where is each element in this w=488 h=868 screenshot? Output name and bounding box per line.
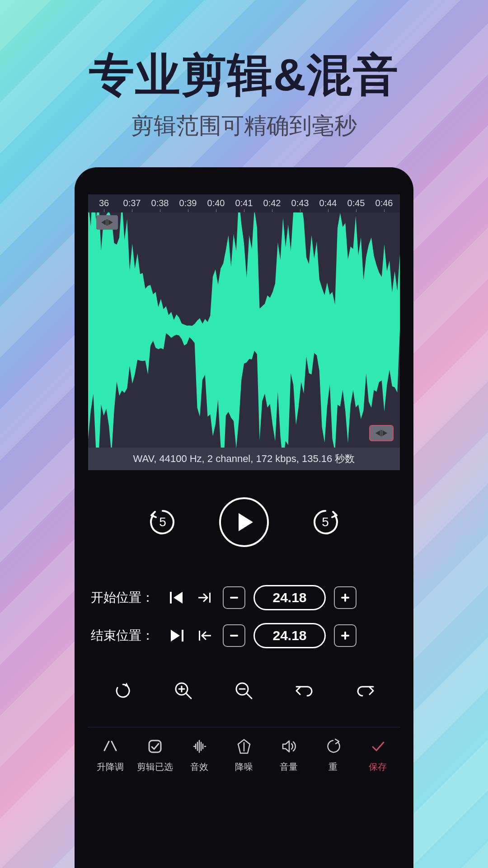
svg-rect-8 (341, 597, 349, 599)
bottom-tab-label: 剪辑已选 (137, 761, 173, 773)
undo-icon (295, 683, 314, 699)
bottom-tab-label: 音量 (280, 761, 298, 773)
bar-to-arrow-icon (198, 630, 211, 642)
position-panel: 开始位置： 24.18 (88, 579, 400, 655)
time-tick: 0:46 (370, 198, 398, 208)
waveform-container[interactable]: 360:370:380:390:400:410:420:430:440:450:… (88, 194, 400, 448)
time-tick: 0:41 (230, 198, 258, 208)
svg-rect-2 (380, 430, 381, 436)
redo-button[interactable] (352, 677, 379, 704)
reset-icon (323, 736, 343, 756)
jump-to-start-button[interactable] (167, 588, 187, 608)
svg-rect-1 (108, 219, 108, 226)
redo-icon (355, 683, 375, 699)
skip-next-icon (170, 630, 183, 642)
wave-area[interactable] (88, 212, 400, 448)
snap-right-button[interactable] (195, 588, 215, 608)
bottom-tab-bar: 升降调剪辑已选音效降噪音量重保存 (88, 727, 400, 773)
bottom-tab-effect[interactable]: 音效 (179, 736, 220, 773)
svg-rect-5 (209, 593, 211, 603)
skip-back-button[interactable]: 5 (147, 506, 178, 538)
bottom-tab-denoise[interactable]: 降噪 (224, 736, 264, 773)
plus-icon (341, 594, 349, 602)
start-decrement-button[interactable] (223, 586, 245, 609)
svg-rect-16 (149, 741, 161, 752)
skip-back-seconds: 5 (159, 515, 166, 529)
svg-rect-13 (341, 635, 349, 637)
end-position-row: 结束位置： 24.18 (88, 617, 400, 655)
start-position-value[interactable]: 24.18 (253, 585, 326, 610)
end-increment-button[interactable] (334, 624, 357, 647)
bottom-tab-trim[interactable]: 剪辑已选 (135, 736, 175, 773)
minus-icon (230, 597, 238, 599)
time-tick: 0:37 (118, 198, 146, 208)
arrow-to-bar-icon (198, 592, 211, 604)
end-position-label: 结束位置： (91, 627, 159, 644)
time-tick: 36 (90, 198, 118, 208)
hero-subtitle: 剪辑范围可精确到毫秒 (0, 111, 488, 141)
volume-icon (279, 736, 299, 756)
trim-handle-end[interactable] (369, 425, 394, 441)
end-position-value[interactable]: 24.18 (253, 623, 326, 648)
time-tick: 0:39 (174, 198, 202, 208)
svg-rect-6 (230, 597, 238, 599)
snap-left-button[interactable] (195, 626, 215, 646)
hero-title: 专业剪辑&混音 (0, 45, 488, 106)
undo-button[interactable] (291, 677, 318, 704)
tool-row (88, 677, 400, 704)
bottom-tab-label: 升降调 (97, 761, 124, 773)
refresh-button[interactable] (109, 677, 136, 704)
pitch-icon (100, 736, 120, 756)
save-icon (368, 736, 388, 756)
bottom-tab-label: 降噪 (235, 761, 253, 773)
zoom-out-button[interactable] (230, 677, 258, 704)
jump-to-end-button[interactable] (167, 626, 187, 646)
start-increment-button[interactable] (334, 586, 357, 609)
plus-icon (341, 632, 349, 640)
zoom-in-button[interactable] (170, 677, 197, 704)
play-icon (239, 513, 253, 531)
effect-icon (189, 736, 209, 756)
audio-info: WAV, 44100 Hz, 2 channel, 172 kbps, 135.… (88, 448, 400, 470)
transport-controls: 5 5 (88, 497, 400, 547)
minus-icon (230, 635, 238, 637)
time-tick: 0:45 (342, 198, 370, 208)
refresh-icon (114, 682, 132, 700)
skip-forward-button[interactable]: 5 (310, 506, 341, 538)
bottom-tab-save[interactable]: 保存 (357, 736, 398, 773)
start-position-row: 开始位置： 24.18 (88, 579, 400, 617)
skip-previous-icon (170, 592, 183, 604)
trim-handle-start[interactable] (96, 215, 118, 230)
svg-rect-11 (230, 635, 238, 637)
bottom-tab-label: 音效 (190, 761, 208, 773)
svg-rect-9 (182, 630, 183, 642)
svg-rect-3 (382, 430, 383, 436)
svg-rect-4 (170, 592, 172, 604)
bottom-tab-reset[interactable]: 重 (313, 736, 353, 773)
end-decrement-button[interactable] (223, 624, 245, 647)
zoom-out-icon (235, 681, 253, 700)
bottom-tab-label: 保存 (369, 761, 387, 773)
bottom-tab-pitch[interactable]: 升降调 (90, 736, 131, 773)
time-tick: 0:42 (258, 198, 286, 208)
time-ruler: 360:370:380:390:400:410:420:430:440:450:… (88, 194, 400, 212)
time-tick: 0:40 (202, 198, 230, 208)
trim-icon (145, 736, 165, 756)
time-tick: 0:44 (314, 198, 342, 208)
play-button[interactable] (219, 497, 269, 547)
start-position-label: 开始位置： (91, 589, 159, 606)
skip-forward-seconds: 5 (322, 515, 329, 529)
denoise-icon (234, 736, 254, 756)
svg-rect-10 (199, 631, 200, 641)
time-tick: 0:43 (286, 198, 314, 208)
phone-frame: 360:370:380:390:400:410:420:430:440:450:… (75, 167, 413, 868)
zoom-in-icon (174, 681, 193, 700)
waveform-svg (88, 212, 400, 448)
time-tick: 0:38 (146, 198, 174, 208)
bottom-tab-volume[interactable]: 音量 (268, 736, 309, 773)
bottom-tab-label: 重 (328, 761, 338, 773)
svg-rect-0 (106, 219, 107, 226)
